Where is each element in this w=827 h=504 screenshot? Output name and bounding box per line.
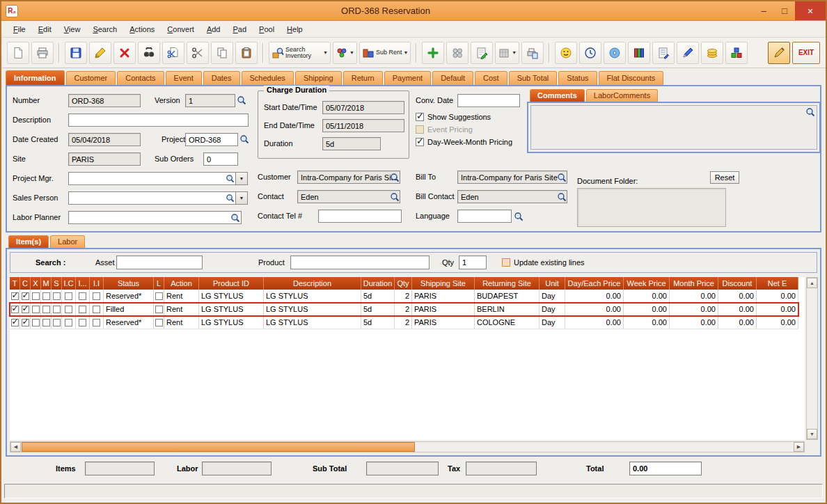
scroll-down-icon[interactable]: ▼ [807,429,817,439]
row-checkbox-m[interactable] [42,306,50,313]
col-qty[interactable]: Qty [395,277,412,290]
cell-status[interactable]: Filled [104,303,154,315]
vertical-scrollbar[interactable]: ▲ ▼ [806,277,818,440]
money-button[interactable] [701,42,723,64]
customer-lookup-icon[interactable] [389,172,400,182]
row-checkbox-ic[interactable] [65,292,72,300]
delete-button[interactable] [113,42,136,64]
row-checkbox-i2[interactable] [79,292,86,300]
cell-unit[interactable]: Day [539,303,565,315]
cell-action[interactable]: Rent [164,290,199,302]
notes-button[interactable] [652,42,675,64]
project-mgr-combo[interactable]: ▼ [68,172,248,185]
find-button[interactable] [138,42,160,64]
tab-labor[interactable]: Labor [50,235,85,248]
reset-button[interactable]: Reset [710,171,739,184]
maximize-button[interactable]: □ [774,1,795,20]
sub-total-field[interactable] [366,462,439,475]
contact-lookup-icon[interactable] [389,191,400,202]
cell-description[interactable]: LG STYLUS [264,316,361,329]
row-checkbox-c[interactable] [22,319,29,326]
row-checkbox-m[interactable] [42,319,50,326]
cell-unit[interactable]: Day [539,316,565,329]
menu-pad[interactable]: Pad [226,22,253,36]
tab-dates[interactable]: Dates [203,71,240,85]
col-ic[interactable]: I.C [62,277,76,290]
project-mgr-dropdown-arrow[interactable]: ▼ [235,173,247,184]
col-m[interactable]: M [41,277,52,290]
event-pricing-checkbox[interactable]: Event Pricing [416,125,473,134]
project-mgr-lookup-icon[interactable] [224,173,235,184]
tab-return[interactable]: Return [343,71,383,85]
cell-duration[interactable]: 5d [361,316,395,329]
version-lookup-icon[interactable] [236,95,246,105]
tab-contacts[interactable]: Contacts [117,71,164,85]
cell-discount[interactable]: 0.00 [718,316,757,329]
col-l[interactable]: L [154,277,164,290]
horizontal-scroll-thumb[interactable] [22,442,415,452]
contact-field[interactable]: Eden [297,190,400,203]
labor-planner-field[interactable] [68,211,242,224]
menu-search[interactable]: Search [86,22,123,36]
sub-rent-button[interactable]: Sub Rent▼ [359,42,411,64]
add-button[interactable] [422,42,444,64]
cell-duration[interactable]: 5d [361,290,395,302]
cell-description[interactable]: LG STYLUS [264,290,361,302]
tab-default[interactable]: Default [432,71,473,85]
event-pricing-box[interactable] [416,125,424,134]
start-date-field[interactable]: 05/07/2018 [322,101,404,114]
pad-button[interactable]: ▼ [495,42,519,64]
col-status[interactable]: Status [104,277,154,290]
row-checkbox-i2[interactable] [79,306,86,313]
tab-payment[interactable]: Payment [384,71,431,85]
product-input[interactable] [290,255,430,269]
col-duration[interactable]: Duration [361,277,395,290]
cell-net[interactable]: 0.00 [757,290,798,302]
row-checkbox-ic[interactable] [65,306,72,313]
row-checkbox-c[interactable] [22,292,29,300]
cell-day-each-price[interactable]: 0.00 [565,316,624,329]
end-date-field[interactable]: 05/11/2018 [322,119,404,132]
tab-sub-total[interactable]: Sub Total [509,71,558,85]
row-checkbox-ii[interactable] [93,319,100,326]
menu-edit[interactable]: Edit [32,22,58,36]
document-folder-area[interactable] [577,188,726,227]
scroll-left-icon[interactable]: ◀ [10,442,21,452]
cell-week-price[interactable]: 0.00 [624,316,670,329]
cell-description[interactable]: LG STYLUS [264,303,361,315]
col-month-price[interactable]: Month Price [670,277,718,290]
date-created-field[interactable]: 05/04/2018 [68,133,141,146]
cell-status[interactable]: Reserved* [104,290,154,302]
row-checkbox-ii[interactable] [93,306,100,313]
conv-date-field[interactable] [457,94,520,107]
cell-product-id[interactable]: LG STYLUS [199,290,264,302]
cell-qty[interactable]: 2 [395,290,412,302]
version-field[interactable]: 1 [185,94,235,107]
tab-items[interactable]: Item(s) [8,235,49,248]
duration-field[interactable]: 5d [322,137,381,150]
menu-add[interactable]: Add [200,22,227,36]
cell-qty[interactable]: 2 [395,303,412,315]
col-week-price[interactable]: Week Price [624,277,670,290]
tax-field[interactable] [466,462,537,475]
tab-customer[interactable]: Customer [66,71,116,85]
col-i2[interactable]: I... [76,277,90,290]
cell-product-id[interactable]: LG STYLUS [199,303,264,315]
new-document-button[interactable] [7,42,29,64]
cell-discount[interactable]: 0.00 [718,290,757,302]
row-checkbox-ic[interactable] [65,319,72,326]
row-checkbox-x[interactable] [32,292,40,300]
site-field[interactable]: PARIS [68,152,141,166]
cell-product-id[interactable]: LG STYLUS [199,316,264,329]
table-row[interactable]: Filled Rent LG STYLUS LG STYLUS 5d 2 PAR… [10,303,798,316]
col-t[interactable]: T [10,277,20,290]
menu-actions[interactable]: Actions [123,22,161,36]
language-lookup-icon[interactable] [513,211,523,221]
tab-flat-discounts[interactable]: Flat Discounts [599,71,664,85]
cell-shipping-site[interactable]: PARIS [412,290,475,302]
update-existing-lines-checkbox[interactable]: Update existing lines [502,258,585,267]
cell-shipping-site[interactable]: PARIS [412,303,475,315]
tab-labor-comments[interactable]: LaborComments [586,89,658,102]
blocks-button[interactable] [725,42,748,64]
cell-month-price[interactable]: 0.00 [670,316,718,329]
